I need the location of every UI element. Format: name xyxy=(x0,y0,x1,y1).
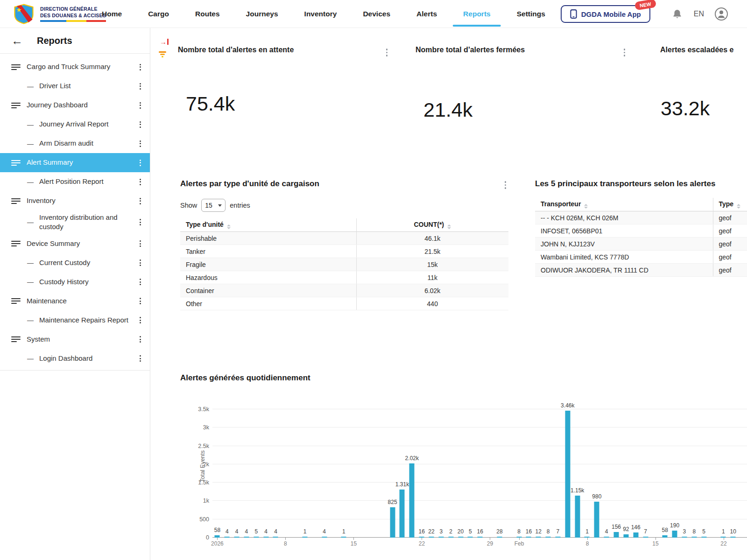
kebab-menu-icon[interactable] xyxy=(137,239,143,248)
column-header-transporteur[interactable]: Transporteur xyxy=(535,198,713,211)
bar-day-37[interactable] xyxy=(565,411,570,538)
sidebar-item-label: Driver List xyxy=(39,79,134,93)
bar-day-27[interactable] xyxy=(468,537,473,538)
kebab-menu-icon[interactable] xyxy=(137,218,143,226)
bar-day-7[interactable] xyxy=(273,537,278,538)
kebab-menu-icon[interactable] xyxy=(502,180,509,190)
kebab-menu-icon[interactable] xyxy=(137,297,143,305)
bar-day-10[interactable] xyxy=(303,537,308,538)
kebab-menu-icon[interactable] xyxy=(137,120,143,129)
kebab-menu-icon[interactable] xyxy=(137,101,143,110)
table-cell: Wambani Limited, KCS 7778D xyxy=(535,251,713,264)
bar-day-54[interactable] xyxy=(731,537,736,538)
bar-slot: 7 xyxy=(641,409,650,538)
notifications-bell-icon[interactable] xyxy=(672,8,683,20)
kebab-menu-icon[interactable] xyxy=(137,197,143,205)
nav-link-inventory[interactable]: Inventory xyxy=(304,0,337,28)
bar-day-23[interactable] xyxy=(429,537,434,538)
sidebar-item-inventory-distribution-and-custody[interactable]: —Inventory distribution and custody xyxy=(0,210,150,234)
bar-day-36[interactable] xyxy=(555,537,560,538)
bar-day-43[interactable] xyxy=(623,534,628,538)
page-size-select[interactable]: 15 xyxy=(201,199,226,212)
kebab-menu-icon[interactable] xyxy=(137,159,143,167)
language-selector[interactable]: EN xyxy=(694,10,704,18)
sidebar-item-inventory[interactable]: Inventory xyxy=(0,191,150,210)
phone-icon xyxy=(570,9,577,19)
reports-sidebar: ← Reports Cargo and Truck Summary—Driver… xyxy=(0,28,150,560)
filter-icon[interactable] xyxy=(158,51,167,57)
kebab-menu-icon[interactable] xyxy=(137,63,143,71)
nav-link-cargo[interactable]: Cargo xyxy=(148,0,169,28)
x-axis-tick xyxy=(285,538,286,540)
nav-link-home[interactable]: Home xyxy=(102,0,122,28)
bar-day-25[interactable] xyxy=(448,537,453,538)
bar-day-35[interactable] xyxy=(546,537,551,538)
bar-day-50[interactable] xyxy=(691,537,697,538)
kebab-menu-icon[interactable] xyxy=(137,354,143,363)
sidebar-item-journey-arrival-report[interactable]: —Journey Arrival Report xyxy=(0,115,150,134)
nav-link-devices[interactable]: Devices xyxy=(363,0,390,28)
kebab-menu-icon[interactable] xyxy=(137,140,143,148)
back-arrow-icon[interactable]: ← xyxy=(11,35,23,47)
bar-day-20[interactable] xyxy=(400,490,405,538)
bar-day-3[interactable] xyxy=(234,537,240,538)
sidebar-item-login-dashboard[interactable]: —Login Dashboard xyxy=(0,349,150,368)
sidebar-item-driver-list[interactable]: —Driver List xyxy=(0,77,150,96)
bar-day-26[interactable] xyxy=(458,537,463,538)
kebab-menu-icon[interactable] xyxy=(137,278,143,286)
nav-link-journeys[interactable]: Journeys xyxy=(246,0,278,28)
bar-day-19[interactable] xyxy=(390,507,395,538)
bar-day-21[interactable] xyxy=(409,463,415,538)
bar-day-12[interactable] xyxy=(322,537,327,538)
sidebar-item-current-custody[interactable]: —Current Custody xyxy=(0,253,150,273)
nav-link-reports[interactable]: Reports xyxy=(463,0,491,28)
bar-day-38[interactable] xyxy=(575,496,580,538)
kebab-menu-icon[interactable] xyxy=(137,82,143,91)
bar-day-47[interactable] xyxy=(662,535,668,538)
dash-icon: — xyxy=(27,278,34,286)
sidebar-item-arm-disarm-audit[interactable]: —Arm Disarm audit xyxy=(0,134,150,153)
kebab-menu-icon[interactable] xyxy=(621,48,628,57)
bar-day-2[interactable] xyxy=(225,537,230,538)
kebab-menu-icon[interactable] xyxy=(137,178,143,186)
column-header-count[interactable]: COUNT(*) xyxy=(356,218,508,232)
bar-day-34[interactable] xyxy=(536,537,541,538)
column-header-type[interactable]: Type xyxy=(713,198,747,211)
bar-day-42[interactable] xyxy=(614,532,619,538)
dgda-mobile-app-button[interactable]: DGDA Mobile App NEW xyxy=(561,5,650,23)
bar-day-30[interactable] xyxy=(497,537,502,538)
sidebar-item-alert-position-report[interactable]: —Alert Position Report xyxy=(0,172,150,191)
bar-day-49[interactable] xyxy=(682,537,687,538)
user-avatar-icon[interactable] xyxy=(714,7,728,21)
bar-day-6[interactable] xyxy=(263,537,268,538)
sidebar-item-custody-history[interactable]: —Custody History xyxy=(0,273,150,292)
bar-day-24[interactable] xyxy=(438,537,444,538)
bar-day-48[interactable] xyxy=(672,531,677,538)
x-axis-tick xyxy=(217,538,218,540)
bar-day-44[interactable] xyxy=(633,532,638,538)
sidebar-item-maintenance[interactable]: Maintenance xyxy=(0,292,150,311)
sidebar-item-maintenance-repairs-report[interactable]: —Maintenance Repairs Report xyxy=(0,311,150,330)
bar-day-5[interactable] xyxy=(254,537,259,538)
nav-link-settings[interactable]: Settings xyxy=(517,0,545,28)
kebab-menu-icon[interactable] xyxy=(137,335,143,343)
bar-day-4[interactable] xyxy=(244,537,249,538)
sidebar-item-device-summary[interactable]: Device Summary xyxy=(0,234,150,253)
nav-link-alerts[interactable]: Alerts xyxy=(416,0,437,28)
sidebar-item-alert-summary[interactable]: Alert Summary xyxy=(0,153,150,172)
bar-day-33[interactable] xyxy=(526,537,531,538)
bar-day-41[interactable] xyxy=(604,537,609,538)
bar-day-14[interactable] xyxy=(341,537,346,538)
sidebar-item-cargo-and-truck-summary[interactable]: Cargo and Truck Summary xyxy=(0,57,150,77)
bar-day-51[interactable] xyxy=(701,537,706,538)
kebab-menu-icon[interactable] xyxy=(384,48,390,57)
kebab-menu-icon[interactable] xyxy=(137,259,143,267)
column-header-type-d-unit[interactable]: Type d'unité xyxy=(180,218,356,232)
nav-link-routes[interactable]: Routes xyxy=(195,0,220,28)
bar-day-40[interactable] xyxy=(594,502,599,538)
sidebar-item-system[interactable]: System xyxy=(0,330,150,349)
bar-day-28[interactable] xyxy=(478,537,483,538)
sidebar-item-journey-dashboard[interactable]: Journey Dashboard xyxy=(0,96,150,115)
kebab-menu-icon[interactable] xyxy=(137,316,143,324)
bar-day-45[interactable] xyxy=(643,537,648,538)
